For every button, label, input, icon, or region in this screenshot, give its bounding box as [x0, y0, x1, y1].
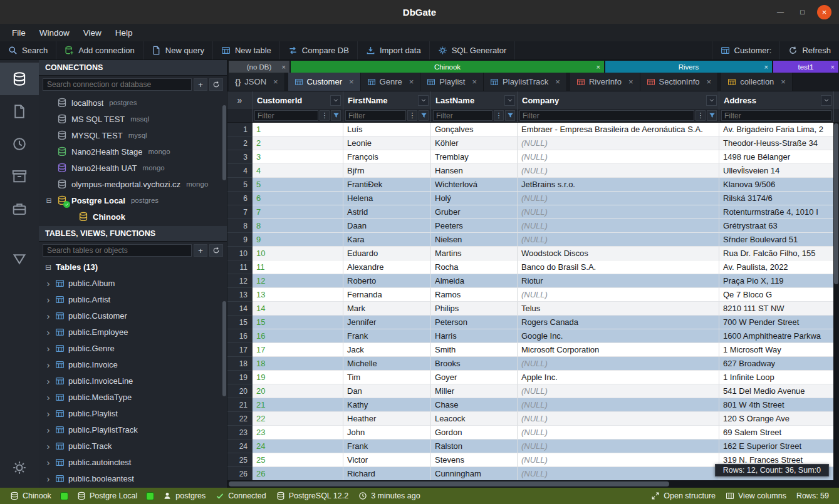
cell-lastname[interactable]: Ramos — [431, 288, 518, 302]
cell-firstname[interactable]: Bjřrn — [343, 164, 431, 178]
table-item-public-album[interactable]: ›public.Album — [45, 275, 227, 291]
cell-firstname[interactable]: John — [343, 426, 431, 440]
cell-firstname[interactable]: Dan — [343, 384, 431, 398]
tab-playlist[interactable]: Playlist× — [420, 73, 484, 91]
cell-customerid[interactable]: 23 — [253, 426, 343, 440]
expand-all-button[interactable]: » — [227, 91, 253, 109]
column-dropdown-button[interactable] — [706, 95, 717, 106]
row-number[interactable]: 18 — [227, 357, 253, 371]
close-icon[interactable]: × — [349, 77, 354, 86]
row-number[interactable]: 2 — [227, 136, 253, 150]
cell-company[interactable]: Microsoft Corporation — [518, 343, 719, 357]
cell-address[interactable]: Qe 7 Bloco G — [719, 288, 834, 302]
row-number[interactable]: 6 — [227, 192, 253, 205]
column-header-lastname[interactable]: LastName — [431, 91, 518, 109]
row-number[interactable]: 24 — [227, 440, 253, 453]
cell-address[interactable]: 627 Broadway — [719, 357, 834, 371]
cell-firstname[interactable]: Mark — [343, 302, 431, 316]
cell-customerid[interactable]: 4 — [253, 164, 343, 178]
cell-lastname[interactable]: Wichterlová — [431, 178, 518, 192]
cell-firstname[interactable]: Astrid — [343, 205, 431, 219]
row-number[interactable]: 1 — [227, 123, 253, 136]
cell-lastname[interactable]: Goyer — [431, 371, 518, 384]
tab-playlisttrack[interactable]: PlaylistTrack× — [484, 73, 567, 91]
filter-menu-button[interactable]: ⋮ — [407, 110, 417, 121]
toolbar-button-sql-generator[interactable]: SQL Generator — [430, 41, 516, 59]
cell-firstname[interactable]: Alexandre — [343, 260, 431, 274]
cell-customerid[interactable]: 20 — [253, 384, 343, 398]
chevron-right-icon[interactable]: › — [45, 457, 51, 468]
connection-item-postgre-local[interactable]: ⊟Postgre Localpostgres — [39, 192, 227, 208]
cell-company[interactable]: (NULL) — [518, 412, 719, 426]
cell-customerid[interactable]: 21 — [253, 398, 343, 412]
table-item-public-artist[interactable]: ›public.Artist — [45, 291, 227, 307]
cell-firstname[interactable]: Roberto — [343, 274, 431, 288]
row-number[interactable]: 3 — [227, 150, 253, 164]
refresh-connections-button[interactable] — [209, 78, 223, 91]
cell-address[interactable]: Rilská 3174/6 — [719, 192, 834, 205]
close-icon[interactable]: × — [597, 63, 600, 71]
toolbar-button-compare-db[interactable]: Compare DB — [280, 41, 358, 59]
row-number[interactable]: 9 — [227, 233, 253, 247]
funnel-icon[interactable] — [505, 110, 515, 121]
filter-input[interactable] — [345, 110, 406, 121]
cell-company[interactable]: Apple Inc. — [518, 371, 719, 384]
cell-customerid[interactable]: 3 — [253, 150, 343, 164]
cell-lastname[interactable]: Philips — [431, 302, 518, 316]
sidebar-icon-connections[interactable] — [0, 63, 39, 95]
row-number[interactable]: 21 — [227, 398, 253, 412]
cell-address[interactable]: 120 S Orange Ave — [719, 412, 834, 426]
tab-customer[interactable]: Customer× — [288, 73, 361, 91]
cell-lastname[interactable]: Nielsen — [431, 233, 518, 247]
cell-lastname[interactable]: Leacock — [431, 412, 518, 426]
cell-company[interactable]: Google Inc. — [518, 329, 719, 343]
close-icon[interactable]: × — [273, 77, 278, 86]
cell-firstname[interactable]: Helena — [343, 192, 431, 205]
tables-scrollbar[interactable] — [222, 276, 226, 486]
cell-customerid[interactable]: 5 — [253, 178, 343, 192]
cell-firstname[interactable]: Leonie — [343, 136, 431, 150]
maximize-button[interactable]: □ — [795, 5, 810, 19]
cell-company[interactable]: (NULL) — [518, 205, 719, 219]
cell-customerid[interactable]: 26 — [253, 467, 343, 480]
cell-address[interactable]: Av. Paulista, 2022 — [719, 260, 834, 274]
statusbar-view-columns[interactable]: View columns — [721, 491, 791, 500]
cell-address[interactable]: 700 W Pender Street — [719, 316, 834, 329]
row-number[interactable]: 14 — [227, 302, 253, 316]
cell-customerid[interactable]: 12 — [253, 274, 343, 288]
cell-firstname[interactable]: François — [343, 150, 431, 164]
menu-item-help[interactable]: Help — [108, 26, 140, 40]
chevron-right-icon[interactable]: › — [45, 278, 51, 289]
cell-firstname[interactable]: Fernanda — [343, 288, 431, 302]
cell-customerid[interactable]: 13 — [253, 288, 343, 302]
sidebar-icon-files[interactable] — [0, 95, 39, 128]
chevron-right-icon[interactable]: › — [45, 359, 51, 370]
cell-customerid[interactable]: 11 — [253, 260, 343, 274]
row-number[interactable]: 11 — [227, 260, 253, 274]
cell-address[interactable]: Rua Dr. Falcão Filho, 155 — [719, 247, 834, 260]
row-number[interactable]: 12 — [227, 274, 253, 288]
cell-address[interactable]: 1 Microsoft Way — [719, 343, 834, 357]
refresh-tables-button[interactable] — [209, 244, 223, 257]
cell-firstname[interactable]: Eduardo — [343, 247, 431, 260]
column-header-company[interactable]: Company — [518, 91, 719, 109]
cell-company[interactable]: (NULL) — [518, 398, 719, 412]
tab-collection[interactable]: collection× — [721, 73, 793, 91]
row-number[interactable]: 25 — [227, 453, 253, 467]
database-tab-rivers[interactable]: Rivers× — [605, 61, 772, 73]
close-icon[interactable]: × — [764, 63, 768, 71]
cell-address[interactable]: Av. Brigadeiro Faria Lima, 2 — [719, 123, 834, 136]
connections-scrollbar[interactable] — [222, 95, 226, 225]
cell-firstname[interactable]: Jack — [343, 343, 431, 357]
statusbar-open-structure[interactable]: Open structure — [646, 491, 721, 500]
cell-lastname[interactable]: Hansen — [431, 164, 518, 178]
database-tab-chinook[interactable]: Chinook× — [291, 61, 604, 73]
cell-lastname[interactable]: Gordon — [431, 426, 518, 440]
connection-item-nano2health-stage[interactable]: Nano2Health Stagemongo — [39, 143, 227, 160]
funnel-icon[interactable] — [419, 110, 429, 121]
cell-company[interactable]: (NULL) — [518, 219, 719, 233]
cell-firstname[interactable]: Daan — [343, 219, 431, 233]
cell-customerid[interactable]: 15 — [253, 316, 343, 329]
cell-address[interactable]: 1 Infinite Loop — [719, 371, 834, 384]
add-table-small-button[interactable]: + — [194, 244, 207, 257]
